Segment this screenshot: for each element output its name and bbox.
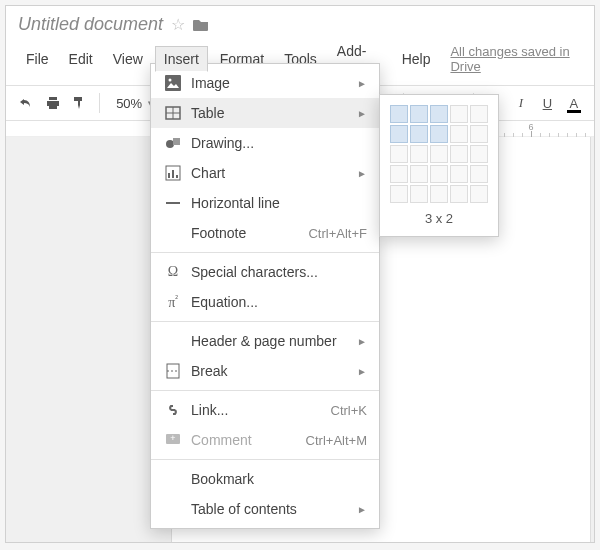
- menu-item-footnote[interactable]: FootnoteCtrl+Alt+F: [151, 218, 379, 248]
- menu-help[interactable]: Help: [394, 47, 439, 71]
- chevron-right-icon: ►: [357, 366, 367, 377]
- table-cell[interactable]: [470, 125, 488, 143]
- menu-item-break[interactable]: Break►: [151, 356, 379, 386]
- comment-icon: +: [161, 432, 185, 448]
- menu-insert[interactable]: Insert: [155, 46, 208, 72]
- menu-item-label: Table of contents: [185, 501, 357, 517]
- chevron-right-icon: ►: [357, 504, 367, 515]
- chevron-right-icon: ►: [357, 336, 367, 347]
- svg-rect-8: [168, 173, 170, 178]
- folder-icon[interactable]: [193, 18, 209, 32]
- table-icon: [161, 105, 185, 121]
- menu-item-label: Comment: [185, 432, 306, 448]
- table-cell[interactable]: [430, 185, 448, 203]
- table-cell[interactable]: [450, 105, 468, 123]
- pi-icon: π²: [161, 294, 185, 311]
- table-cell[interactable]: [390, 145, 408, 163]
- underline-button[interactable]: U: [537, 92, 557, 114]
- menu-separator: [151, 321, 379, 322]
- menu-item-label: Image: [185, 75, 357, 91]
- svg-point-1: [169, 79, 172, 82]
- saved-status[interactable]: All changes saved in Drive: [450, 44, 582, 74]
- menu-item-drawing[interactable]: Drawing...: [151, 128, 379, 158]
- table-cell[interactable]: [450, 165, 468, 183]
- table-cell[interactable]: [450, 185, 468, 203]
- menu-item-comment: +CommentCtrl+Alt+M: [151, 425, 379, 455]
- table-cell[interactable]: [470, 185, 488, 203]
- hr-icon: [161, 195, 185, 211]
- insert-menu-dropdown: Image►Table►Drawing...Chart►Horizontal l…: [150, 63, 380, 529]
- doc-title[interactable]: Untitled document: [18, 14, 163, 35]
- chevron-right-icon: ►: [357, 78, 367, 89]
- table-cell[interactable]: [410, 125, 428, 143]
- svg-text:+: +: [170, 433, 175, 443]
- menu-item-label: Chart: [185, 165, 357, 181]
- table-cell[interactable]: [390, 125, 408, 143]
- menu-separator: [151, 390, 379, 391]
- table-cell[interactable]: [470, 165, 488, 183]
- menu-view[interactable]: View: [105, 47, 151, 71]
- drawing-icon: [161, 135, 185, 151]
- table-size-label: 3 x 2: [390, 211, 488, 226]
- table-cell[interactable]: [450, 125, 468, 143]
- svg-rect-6: [173, 138, 180, 145]
- table-cell[interactable]: [410, 145, 428, 163]
- star-icon[interactable]: ☆: [171, 15, 185, 34]
- table-cell[interactable]: [410, 185, 428, 203]
- shortcut: Ctrl+Alt+M: [306, 433, 367, 448]
- shortcut: Ctrl+Alt+F: [308, 226, 367, 241]
- chart-icon: [161, 165, 185, 181]
- table-cell[interactable]: [430, 145, 448, 163]
- menu-item-bookmark[interactable]: Bookmark: [151, 464, 379, 494]
- table-cell[interactable]: [430, 125, 448, 143]
- omega-icon: Ω: [161, 264, 185, 280]
- menu-item-label: Table: [185, 105, 357, 121]
- menu-item-link[interactable]: Link...Ctrl+K: [151, 395, 379, 425]
- menu-item-special-characters[interactable]: ΩSpecial characters...: [151, 257, 379, 287]
- chevron-right-icon: ►: [357, 108, 367, 119]
- svg-rect-10: [176, 175, 178, 178]
- paint-format-button[interactable]: [69, 92, 89, 114]
- table-cell[interactable]: [450, 145, 468, 163]
- menu-item-table-of-contents[interactable]: Table of contents►: [151, 494, 379, 524]
- print-button[interactable]: [42, 92, 62, 114]
- menu-item-equation[interactable]: π²Equation...: [151, 287, 379, 317]
- table-cell[interactable]: [410, 165, 428, 183]
- menu-edit[interactable]: Edit: [61, 47, 101, 71]
- divider: [99, 93, 100, 113]
- chevron-right-icon: ►: [357, 168, 367, 179]
- table-size-picker[interactable]: 3 x 2: [379, 94, 499, 237]
- menu-item-label: Horizontal line: [185, 195, 367, 211]
- menu-item-label: Equation...: [185, 294, 367, 310]
- menu-item-label: Break: [185, 363, 357, 379]
- svg-rect-9: [172, 170, 174, 178]
- text-color-button[interactable]: A: [564, 92, 584, 114]
- table-cell[interactable]: [390, 105, 408, 123]
- table-cell[interactable]: [410, 105, 428, 123]
- break-icon: [161, 363, 185, 379]
- table-cell[interactable]: [390, 185, 408, 203]
- menu-item-label: Header & page number: [185, 333, 357, 349]
- svg-rect-0: [165, 75, 181, 91]
- table-cell[interactable]: [470, 105, 488, 123]
- menu-item-chart[interactable]: Chart►: [151, 158, 379, 188]
- table-cell[interactable]: [470, 145, 488, 163]
- menu-item-header-page-number[interactable]: Header & page number►: [151, 326, 379, 356]
- menu-item-label: Bookmark: [185, 471, 367, 487]
- shortcut: Ctrl+K: [331, 403, 367, 418]
- image-icon: [161, 75, 185, 91]
- menu-separator: [151, 252, 379, 253]
- table-cell[interactable]: [430, 165, 448, 183]
- menu-item-table[interactable]: Table►: [151, 98, 379, 128]
- table-cell[interactable]: [390, 165, 408, 183]
- menu-item-label: Drawing...: [185, 135, 367, 151]
- undo-button[interactable]: [16, 92, 36, 114]
- svg-point-5: [166, 140, 174, 148]
- menu-item-image[interactable]: Image►: [151, 68, 379, 98]
- link-icon: [161, 402, 185, 418]
- menu-file[interactable]: File: [18, 47, 57, 71]
- table-cell[interactable]: [430, 105, 448, 123]
- menu-separator: [151, 459, 379, 460]
- italic-button[interactable]: I: [511, 92, 531, 114]
- menu-item-horizontal-line[interactable]: Horizontal line: [151, 188, 379, 218]
